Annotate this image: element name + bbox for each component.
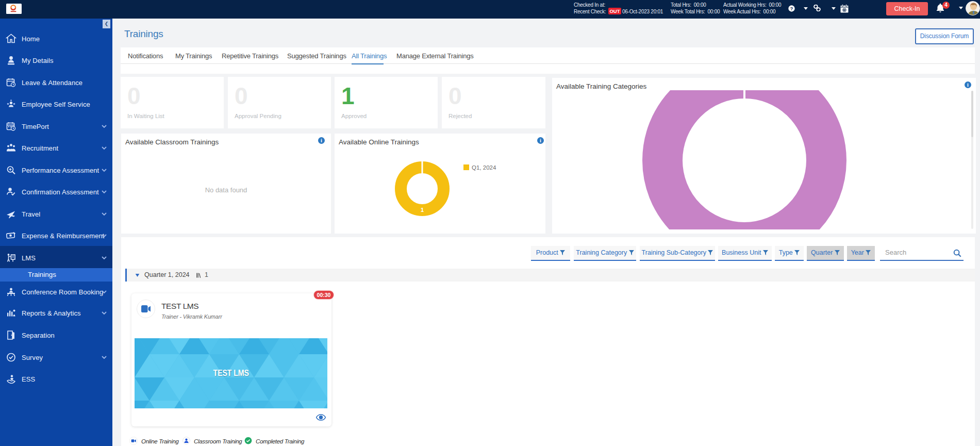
svg-text:1: 1 [421,207,424,213]
svg-text:?: ? [790,6,793,11]
svg-text:Q1, 2024: Q1, 2024 [472,164,496,171]
